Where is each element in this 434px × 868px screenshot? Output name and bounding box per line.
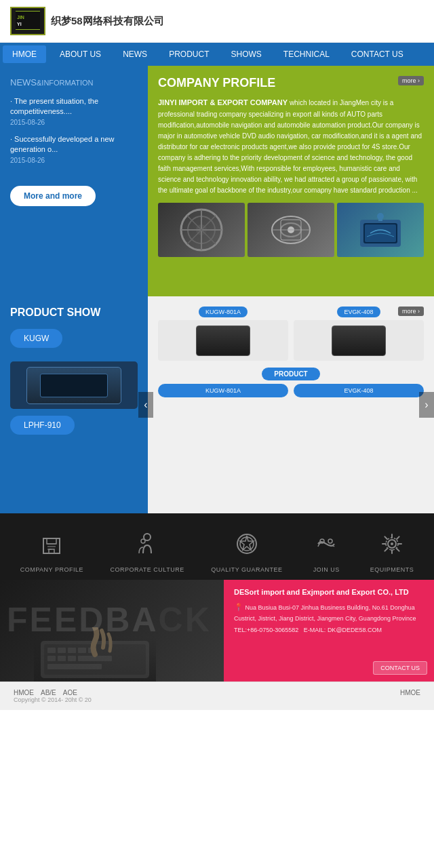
svg-rect-22 — [43, 538, 60, 553]
news-item-title-2: · Successfully developed a new generatio… — [10, 134, 138, 155]
svg-point-29 — [141, 539, 145, 543]
company-image-1 — [158, 203, 245, 257]
news-item-1: · The present situation, the competitive… — [10, 96, 138, 126]
contact-address: 📍 Nua Busiua Busi-07 Jinhua Business Bui… — [234, 601, 424, 623]
footer-label-join-us: JOIN US — [309, 566, 343, 573]
corporate-culture-icon — [130, 527, 164, 561]
nav-item-news[interactable]: NEWS — [112, 44, 158, 64]
svg-rect-21 — [378, 218, 382, 221]
nav-item-about[interactable]: ABOUT US — [49, 44, 112, 64]
footer-link-abe[interactable]: AB/E — [41, 689, 56, 696]
product-img-kugw801a-top — [158, 320, 288, 361]
footer-icon-join-us[interactable]: JOIN US — [309, 527, 343, 573]
keyboard-image — [34, 627, 156, 682]
nav-item-technical[interactable]: TECHNICAL — [273, 44, 340, 64]
product-bottom-evgk408: EVGK-408 — [294, 384, 424, 397]
join-us-icon — [309, 527, 343, 561]
logo-area: JIN YI 织梦58网络科技有限公司 — [10, 7, 164, 35]
svg-rect-49 — [47, 664, 102, 669]
product-section: PRODUCT SHOW KUGW LPHF-910 more › KUGW-8… — [0, 296, 434, 513]
company-panel: COMPANY PROFILE more › JINYI IMPORT & EX… — [148, 66, 434, 296]
svg-rect-23 — [47, 538, 56, 544]
nav-item-product[interactable]: PRODUCT — [158, 44, 220, 64]
product-device-display — [10, 361, 138, 409]
more-button[interactable]: More and more — [10, 186, 96, 206]
footer-links: HMOE AB/E AOE — [14, 689, 92, 696]
footer-copyright: Copyright © 2014- 20ht © 20 — [14, 696, 92, 703]
footer-icon-corporate-culture[interactable]: CORPORATE CULTURE — [111, 527, 184, 573]
contact-us-button[interactable]: CONTACT US — [373, 661, 427, 675]
product-nav-left[interactable]: ‹ — [138, 392, 153, 418]
product-label-kugw801a-top: KUGW-801A — [199, 307, 248, 317]
footer-right-label: HMOE — [400, 689, 420, 703]
contact-tel-email: TEL:+86-0750-3065582 E-MAIL: DK@DEDE58.C… — [234, 627, 424, 633]
company-more-tag[interactable]: more › — [398, 76, 424, 85]
footer-label-equipments: EQUIPMENTS — [370, 566, 414, 573]
product-more-tag[interactable]: more › — [398, 307, 424, 316]
feedback-background: FEEDBACK — [0, 580, 239, 682]
product-right-panel: more › KUGW-801A EVGK-408 PRO — [148, 296, 434, 513]
company-description: JINYI IMPORT & EXPORT COMPANY which loca… — [158, 97, 424, 196]
news-panel: NEWS&INFORMATION · The present situation… — [0, 66, 148, 296]
svg-rect-0 — [16, 11, 40, 30]
company-name: 织梦58网络科技有限公司 — [51, 15, 164, 28]
svg-point-31 — [240, 537, 254, 551]
quality-guarantee-icon — [230, 527, 264, 561]
feedback-section: FEEDBACK — [0, 580, 434, 682]
svg-rect-45 — [47, 656, 56, 661]
svg-rect-42 — [68, 648, 76, 653]
news-item-title-1: · The present situation, the competitive… — [10, 96, 138, 117]
product-lphf-button[interactable]: LPHF-910 — [10, 416, 75, 435]
company-section-title: COMPANY PROFILE — [158, 76, 424, 90]
product-kugw-button[interactable]: KUGW — [10, 329, 62, 348]
footer-label-company-profile: COMPANY PROFILE — [20, 566, 83, 573]
footer-label-corporate-culture: CORPORATE CULTURE — [111, 566, 184, 573]
svg-marker-32 — [240, 536, 254, 550]
footer-label-quality-guarantee: QUALITY GUARANTEE — [211, 566, 282, 573]
equipments-icon — [375, 527, 409, 561]
main-content-row: NEWS&INFORMATION · The present situation… — [0, 66, 434, 296]
product-bottom-row: KUGW-801A EVGK-408 — [158, 384, 424, 397]
footer-link-hmoe[interactable]: HMOE — [14, 689, 34, 696]
footer-link-aoe[interactable]: AOE — [63, 689, 77, 696]
svg-text:YI: YI — [17, 22, 22, 26]
nav-item-hmoe[interactable]: HMOE — [3, 45, 46, 63]
contact-company-name: DESort import and Exjmport and Export CO… — [234, 588, 424, 596]
news-item-date-2: 2015-08-26 — [10, 157, 138, 164]
product-top-row: KUGW-801A EVGK-408 — [158, 307, 424, 361]
product-bottom-kugw801a: KUGW-801A — [158, 384, 288, 397]
company-image-2 — [248, 203, 334, 257]
footer-icon-quality-guarantee[interactable]: QUALITY GUARANTEE — [211, 527, 282, 573]
nav-item-shows[interactable]: SHOWS — [220, 44, 272, 64]
footer-icon-company-profile[interactable]: COMPANY PROFILE — [20, 527, 83, 573]
product-nav-right[interactable]: › — [419, 392, 434, 418]
svg-point-36 — [391, 542, 393, 545]
svg-rect-47 — [68, 656, 76, 661]
company-profile-icon — [35, 527, 68, 561]
svg-point-34 — [328, 539, 332, 543]
contact-card: DESort import and Exjmport and Export CO… — [224, 580, 434, 682]
svg-rect-46 — [58, 656, 66, 661]
svg-rect-41 — [58, 648, 66, 653]
svg-rect-40 — [47, 648, 56, 653]
company-image-3 — [337, 203, 424, 257]
footer-icon-equipments[interactable]: EQUIPMENTS — [370, 527, 414, 573]
product-section-title: PRODUCT SHOW — [10, 307, 138, 319]
svg-text:JIN: JIN — [17, 15, 24, 20]
svg-rect-43 — [78, 648, 86, 653]
logo-icon: JIN YI — [10, 7, 45, 35]
product-row: PRODUCT SHOW KUGW LPHF-910 more › KUGW-8… — [0, 296, 434, 513]
news-item-date-1: 2015-08-26 — [10, 119, 138, 126]
product-label-evgk408-top: EVGK-408 — [337, 307, 380, 317]
product-img-evgk408-top — [294, 320, 424, 361]
navigation: HMOE ABOUT US NEWS PRODUCT SHOWS TECHNIC… — [0, 43, 434, 66]
news-section-title: NEWS&INFORMATION — [10, 76, 138, 88]
footer-icons-section: COMPANY PROFILE CORPORATE CULTURE QUALIT… — [0, 513, 434, 580]
news-item-2: · Successfully developed a new generatio… — [10, 134, 138, 164]
nav-item-contact[interactable]: CONTACT US — [340, 44, 414, 64]
footer-bottom: HMOE AB/E AOE Copyright © 2014- 20ht © 2… — [0, 682, 434, 710]
product-card-kugw801a-top: KUGW-801A — [158, 307, 288, 361]
header: JIN YI 织梦58网络科技有限公司 — [0, 0, 434, 43]
product-left-panel: PRODUCT SHOW KUGW LPHF-910 — [0, 296, 148, 513]
product-center-label: PRODUCT — [158, 369, 424, 378]
